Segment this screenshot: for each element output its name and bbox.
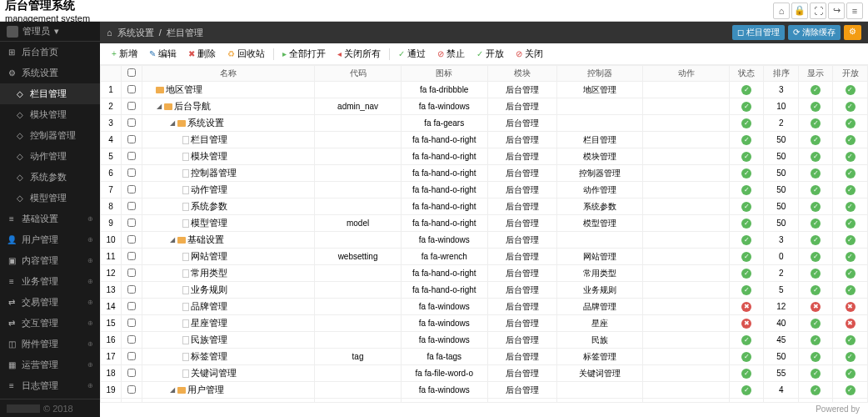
status-dot[interactable]: ✖ [846, 302, 856, 312]
home-icon[interactable]: ⌂ [107, 28, 112, 38]
ord-cell[interactable]: 2 [764, 265, 798, 282]
status-dot[interactable]: ✓ [811, 102, 821, 112]
table-row[interactable]: 8系统参数fa fa-hand-o-right后台管理系统参数✓50✓✓ [101, 198, 868, 215]
row-check[interactable] [127, 335, 136, 344]
row-check[interactable] [127, 85, 136, 93]
col-header[interactable] [101, 66, 122, 82]
status-dot[interactable]: ✓ [846, 118, 856, 128]
collapse-icon[interactable]: ◢ [169, 237, 176, 244]
ord-cell[interactable]: 40 [764, 315, 798, 332]
status-dot[interactable]: ✓ [741, 219, 751, 229]
row-check[interactable] [127, 319, 136, 327]
toolbar-del[interactable]: ✖删除 [183, 46, 221, 62]
sidebar-item[interactable]: ◇动作管理 [0, 146, 100, 167]
row-check[interactable] [127, 302, 136, 310]
status-dot[interactable]: ✓ [811, 85, 821, 95]
gear-icon[interactable]: ⚙ [844, 25, 861, 40]
status-dot[interactable]: ✓ [741, 385, 751, 395]
status-dot[interactable]: ✓ [846, 252, 856, 262]
status-dot[interactable]: ✓ [811, 319, 821, 329]
status-dot[interactable]: ✓ [741, 102, 751, 112]
menu-icon[interactable]: ≡ [846, 3, 863, 19]
sidebar-item[interactable]: 👤用户管理⊕ [0, 229, 100, 250]
row-check[interactable] [127, 102, 136, 110]
ord-cell[interactable]: 2 [764, 115, 798, 132]
status-dot[interactable]: ✓ [741, 285, 751, 295]
row-check[interactable] [127, 285, 136, 294]
ord-cell[interactable]: 0 [764, 249, 798, 265]
sidebar-item[interactable]: ◇模块管理 [0, 104, 100, 125]
col-header[interactable]: 状态 [729, 66, 763, 82]
status-dot[interactable]: ✓ [811, 285, 821, 295]
row-check[interactable] [127, 252, 136, 260]
ord-cell[interactable]: 3 [764, 82, 798, 98]
tab-button[interactable]: ◻ 栏目管理 [732, 25, 785, 40]
col-header[interactable]: 控制器 [556, 66, 643, 82]
ord-cell[interactable]: 50 [764, 165, 798, 182]
row-check[interactable] [127, 219, 136, 227]
status-dot[interactable]: ✓ [846, 102, 856, 112]
table-row[interactable]: 16民族管理fa fa-windows后台管理民族✓45✓✓ [101, 332, 868, 349]
status-dot[interactable]: ✓ [811, 118, 821, 128]
col-header[interactable]: 图标 [401, 66, 487, 82]
table-row[interactable]: 4栏目管理fa fa-hand-o-right后台管理栏目管理✓50✓✓ [101, 132, 868, 148]
logout-icon[interactable]: ↪ [828, 3, 845, 19]
table-row[interactable]: 1地区管理fa fa-dribbble后台管理地区管理✓3✓✓ [101, 82, 868, 98]
sidebar-item[interactable]: ⇄交易管理⊕ [0, 292, 100, 313]
status-dot[interactable]: ✓ [741, 352, 751, 362]
status-dot[interactable]: ✓ [741, 335, 751, 345]
status-dot[interactable]: ✓ [846, 185, 856, 195]
grid[interactable]: 名称代码图标模块控制器动作状态排序显示开放 1地区管理fa fa-dribbbl… [100, 65, 868, 402]
toolbar-del[interactable]: ⊘禁止 [432, 46, 470, 62]
col-header[interactable]: 开放 [833, 66, 868, 82]
ord-cell[interactable]: 50 [764, 198, 798, 215]
admin-row[interactable]: 管理员 ▾ [0, 22, 100, 42]
toolbar-add[interactable]: ✓通过 [393, 46, 431, 62]
status-dot[interactable]: ✓ [741, 269, 751, 279]
status-dot[interactable]: ✓ [811, 252, 821, 262]
sidebar-item[interactable]: ◫附件管理⊕ [0, 334, 100, 354]
row-check[interactable] [127, 135, 136, 143]
toolbar-close[interactable]: ◂关闭所有 [332, 46, 386, 62]
ord-cell[interactable]: 10 [764, 98, 798, 115]
table-row[interactable]: 2◢后台导航admin_navfa fa-windows后台管理✓10✓✓ [101, 98, 868, 115]
col-header[interactable]: 代码 [315, 66, 402, 82]
toolbar-add[interactable]: ✓开放 [471, 46, 509, 62]
row-check[interactable] [127, 118, 136, 127]
sidebar-item[interactable]: ⇄交互管理⊕ [0, 313, 100, 334]
toolbar-edit[interactable]: ✎编辑 [144, 46, 182, 62]
status-dot[interactable]: ✓ [811, 352, 821, 362]
crumb-2[interactable]: 栏目管理 [167, 27, 203, 39]
sidebar-item[interactable]: ⚙系统设置 [0, 63, 100, 83]
ord-cell[interactable]: 55 [764, 365, 798, 382]
status-dot[interactable]: ✓ [846, 85, 856, 95]
toolbar-add[interactable]: +新增 [107, 46, 142, 62]
status-dot[interactable]: ✖ [846, 319, 856, 329]
col-header[interactable]: 名称 [142, 66, 314, 82]
table-row[interactable]: 6控制器管理fa fa-hand-o-right后台管理控制器管理✓50✓✓ [101, 165, 868, 182]
sidebar-item[interactable]: ◇系统参数 [0, 167, 100, 188]
status-dot[interactable]: ✓ [741, 168, 751, 178]
table-row[interactable]: 7动作管理fa fa-hand-o-right后台管理动作管理✓50✓✓ [101, 182, 868, 198]
status-dot[interactable]: ✓ [846, 168, 856, 178]
col-header[interactable]: 显示 [798, 66, 832, 82]
status-dot[interactable]: ✓ [811, 185, 821, 195]
table-row[interactable]: 18关键词管理fa fa-file-word-o后台管理关键词管理✓55✓✓ [101, 365, 868, 382]
col-header[interactable]: 动作 [643, 66, 730, 82]
status-dot[interactable]: ✓ [846, 335, 856, 345]
sidebar-item[interactable]: ▦运营管理⊕ [0, 354, 100, 375]
row-check[interactable] [127, 369, 136, 377]
sidebar-item[interactable]: ≡基础设置⊕ [0, 208, 100, 229]
row-check[interactable] [127, 185, 136, 193]
ord-cell[interactable]: 4 [764, 382, 798, 399]
table-row[interactable]: 14品牌管理fa fa-windows后台管理品牌管理✖12✖✖ [101, 299, 868, 315]
row-check[interactable] [127, 152, 136, 160]
status-dot[interactable]: ✓ [811, 152, 821, 162]
status-dot[interactable]: ✓ [846, 352, 856, 362]
status-dot[interactable]: ✓ [741, 85, 751, 95]
select-all[interactable] [127, 68, 136, 77]
sidebar-item[interactable]: ≡业务管理⊕ [0, 271, 100, 292]
row-check[interactable] [127, 352, 136, 360]
status-dot[interactable]: ✖ [741, 319, 751, 329]
crumb-1[interactable]: 系统设置 [117, 27, 154, 39]
